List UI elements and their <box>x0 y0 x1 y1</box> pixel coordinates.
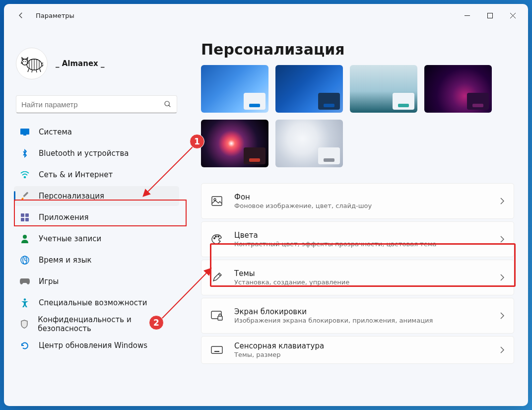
svg-rect-1 <box>487 13 492 18</box>
svg-rect-34 <box>211 346 222 353</box>
back-button[interactable] <box>14 8 28 22</box>
theme-chip <box>467 93 489 110</box>
setting-title: Цвета <box>234 231 500 240</box>
profile-section[interactable]: _ Almanex _ <box>12 34 181 89</box>
setting-row-1[interactable]: ЦветаКонтрастный цвет, эффекты прозрачно… <box>201 221 514 257</box>
svg-rect-18 <box>23 192 28 197</box>
maximize-button[interactable] <box>478 7 501 23</box>
search-input[interactable] <box>21 100 164 109</box>
svg-point-11 <box>23 61 24 62</box>
minimize-icon <box>465 13 470 18</box>
avatar-cat-icon <box>20 55 43 72</box>
lockscreen-icon <box>210 309 223 322</box>
setting-title: Сенсорная клавиатура <box>234 342 500 350</box>
wifi-icon <box>20 170 30 180</box>
close-button[interactable] <box>501 7 524 23</box>
sidebar-item-label: Время и язык <box>39 256 92 265</box>
profile-name: _ Almanex _ <box>56 59 104 68</box>
sidebar-item-10[interactable]: Центр обновления Windows <box>14 336 179 355</box>
theme-tile-0[interactable] <box>201 65 268 113</box>
setting-text: Экран блокировкиИзображения экрана блоки… <box>234 307 500 324</box>
theme-chip <box>318 147 340 164</box>
svg-point-23 <box>23 235 27 239</box>
svg-rect-21 <box>21 218 24 221</box>
sidebar-item-8[interactable]: Специальные возможности <box>14 293 179 313</box>
setting-subtitle: Изображения экрана блокировки, приложени… <box>234 317 500 324</box>
sidebar-item-1[interactable]: Bluetooth и устройства <box>14 143 179 163</box>
search-box[interactable] <box>16 95 177 113</box>
theme-tile-1[interactable] <box>275 65 343 113</box>
svg-rect-15 <box>20 129 29 135</box>
close-icon <box>510 13 516 18</box>
svg-point-17 <box>24 177 26 178</box>
search-icon <box>164 100 172 108</box>
annotation-badge-1: 1 <box>190 134 204 149</box>
svg-line-14 <box>169 105 170 107</box>
apps-icon <box>20 212 30 222</box>
palette-icon <box>210 233 223 246</box>
keyboard-icon <box>210 343 223 356</box>
theme-tile-5[interactable] <box>275 120 343 167</box>
svg-point-10 <box>22 59 28 65</box>
bluetooth-icon <box>20 148 30 158</box>
sidebar-item-label: Игры <box>39 277 59 286</box>
chevron-right-icon <box>500 235 505 243</box>
arrow-left-icon <box>16 11 25 20</box>
setting-subtitle: Установка, создание, управление <box>234 278 500 286</box>
annotation-badge-2: 2 <box>149 315 164 330</box>
setting-subtitle: Темы, размер <box>234 351 500 358</box>
sidebar-item-5[interactable]: Учетные записи <box>14 229 179 249</box>
setting-title: Экран блокировки <box>234 307 500 316</box>
svg-rect-20 <box>25 213 29 217</box>
svg-point-26 <box>24 298 26 300</box>
svg-point-28 <box>214 199 216 201</box>
theme-chip <box>393 93 414 110</box>
sidebar-item-4[interactable]: Приложения <box>14 207 179 227</box>
sidebar-item-3[interactable]: Персонализация <box>14 186 179 206</box>
setting-row-0[interactable]: ФонФоновое изображение, цвет, слайд-шоу <box>201 183 514 219</box>
shield-icon <box>20 319 29 329</box>
setting-row-3[interactable]: Экран блокировкиИзображения экрана блоки… <box>201 298 514 334</box>
maximize-icon <box>487 13 493 18</box>
svg-rect-16 <box>23 135 26 136</box>
setting-title: Фон <box>234 193 500 202</box>
sidebar-item-label: Центр обновления Windows <box>39 341 147 350</box>
svg-rect-22 <box>25 218 29 221</box>
svg-point-13 <box>165 101 169 106</box>
chevron-right-icon <box>500 312 505 320</box>
svg-point-30 <box>215 236 217 237</box>
setting-row-4[interactable]: Сенсорная клавиатураТемы, размер <box>201 336 514 364</box>
chevron-right-icon <box>500 197 505 205</box>
sidebar-item-label: Учетные записи <box>39 234 101 243</box>
theme-tile-4[interactable] <box>201 120 268 167</box>
page-title: Персонализация <box>201 41 514 58</box>
sidebar-item-label: Специальные возможности <box>39 298 147 307</box>
setting-subtitle: Контрастный цвет, эффекты прозрачности, … <box>234 240 500 248</box>
sidebar-item-6[interactable]: Время и язык <box>14 250 179 270</box>
setting-subtitle: Фоновое изображение, цвет, слайд-шоу <box>234 202 500 209</box>
svg-point-12 <box>25 61 26 62</box>
sidebar-item-7[interactable]: Игры <box>14 272 179 291</box>
svg-rect-27 <box>212 197 222 205</box>
main-content: Персонализация ФонФоновое изображение, ц… <box>185 27 528 406</box>
gamepad-icon <box>20 276 30 286</box>
svg-rect-33 <box>218 316 222 320</box>
setting-text: ЦветаКонтрастный цвет, эффекты прозрачно… <box>234 231 500 248</box>
theme-tile-3[interactable] <box>424 65 492 113</box>
theme-chip <box>244 93 266 110</box>
svg-point-29 <box>214 238 215 239</box>
sidebar-item-0[interactable]: Система <box>14 122 179 142</box>
pen-icon <box>210 271 223 284</box>
display-icon <box>20 127 30 137</box>
minimize-button[interactable] <box>456 7 478 23</box>
avatar <box>16 48 48 79</box>
theme-chip <box>244 147 266 164</box>
brush-icon <box>20 191 30 201</box>
sidebar-item-2[interactable]: Сеть & и Интернет <box>14 165 179 185</box>
svg-point-31 <box>218 236 219 237</box>
theme-tile-2[interactable] <box>350 65 417 113</box>
person-icon <box>20 234 30 244</box>
setting-row-2[interactable]: ТемыУстановка, создание, управление <box>201 260 514 295</box>
window-title: Параметры <box>36 12 74 19</box>
theme-chip <box>318 93 340 110</box>
